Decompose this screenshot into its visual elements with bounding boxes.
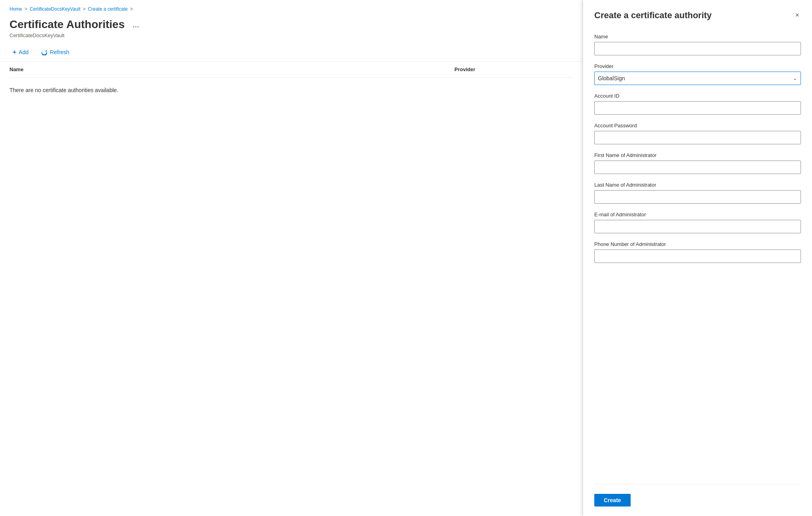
right-panel: Create a certificate authority × Name Pr… [583,0,812,516]
last-name-field-group: Last Name of Administrator [594,182,801,204]
refresh-icon [41,49,47,55]
name-field-group: Name [594,34,801,55]
col-provider: Provider [454,66,573,72]
account-id-label: Account ID [594,93,801,99]
breadcrumb-create-cert[interactable]: Create a certificate [88,6,128,12]
refresh-button[interactable]: Refresh [38,47,72,58]
toolbar: Add Refresh [9,46,573,61]
add-icon [13,49,16,56]
first-name-input[interactable] [594,161,801,174]
first-name-label: First Name of Administrator [594,152,801,158]
last-name-input[interactable] [594,190,801,204]
table-header: Name Provider [9,62,573,77]
close-panel-button[interactable]: × [793,9,801,21]
account-password-field-group: Account Password [594,123,801,144]
provider-label: Provider [594,63,801,69]
phone-label: Phone Number of Administrator [594,241,801,247]
add-button[interactable]: Add [9,46,32,58]
first-name-field-group: First Name of Administrator [594,152,801,174]
page-subtitle: CertificateDocsKeyVault [9,32,573,38]
email-field-group: E-mail of Administrator [594,212,801,233]
phone-input[interactable] [594,249,801,263]
account-id-input[interactable] [594,101,801,115]
add-label: Add [19,49,28,55]
left-panel: Home > CertificateDocsKeyVault > Create … [0,0,583,516]
account-id-field-group: Account ID [594,93,801,115]
empty-state-message: There are no certificate authorities ava… [9,77,573,103]
refresh-label: Refresh [50,49,69,55]
breadcrumb-keyvault[interactable]: CertificateDocsKeyVault [30,6,81,12]
breadcrumb-sep-3: > [130,6,133,12]
page-header: Certificate Authorities ... [9,18,573,31]
page-title: Certificate Authorities [9,18,124,31]
email-input[interactable] [594,220,801,233]
col-name: Name [9,66,454,72]
breadcrumb: Home > CertificateDocsKeyVault > Create … [9,6,573,12]
account-password-input[interactable] [594,131,801,144]
more-options-button[interactable]: ... [129,19,142,31]
name-input[interactable] [594,42,801,55]
breadcrumb-home[interactable]: Home [9,6,22,12]
last-name-label: Last Name of Administrator [594,182,801,188]
panel-footer: Create [594,484,801,507]
email-label: E-mail of Administrator [594,212,801,217]
provider-select-wrapper: GlobalSign DigiCert ⌄ [594,72,801,85]
phone-field-group: Phone Number of Administrator [594,241,801,263]
provider-field-group: Provider GlobalSign DigiCert ⌄ [594,63,801,85]
name-label: Name [594,34,801,40]
panel-header: Create a certificate authority × [594,9,801,21]
panel-title: Create a certificate authority [594,10,712,21]
breadcrumb-sep-1: > [24,6,27,12]
breadcrumb-sep-2: > [83,6,86,12]
create-button[interactable]: Create [594,494,631,507]
account-password-label: Account Password [594,123,801,129]
provider-select[interactable]: GlobalSign DigiCert [594,72,801,85]
